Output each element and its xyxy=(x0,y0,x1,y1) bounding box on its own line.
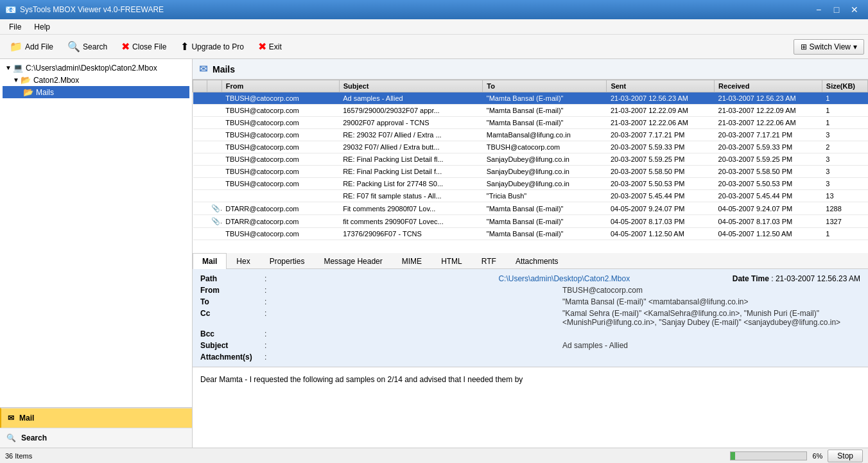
cell-from: TBUSH@catocorp.com xyxy=(221,141,339,153)
table-row[interactable]: 📎 DTARR@catocorp.com fit comments 29090F… xyxy=(193,215,868,228)
minimize-button[interactable]: − xyxy=(810,3,827,16)
close-file-icon: ✖ xyxy=(121,40,130,53)
mails-header-icon: ✉ xyxy=(199,63,207,75)
table-row[interactable]: TBUSH@catocorp.com RE: Final Packing Lis… xyxy=(193,153,868,166)
attachments-label: Attachment(s) xyxy=(200,353,265,362)
switch-view-button[interactable]: ⊞ Switch View ▾ xyxy=(794,39,864,55)
table-row[interactable]: TBUSH@catocorp.com 29002F07 approval - T… xyxy=(193,117,868,129)
tree-toggle-root[interactable]: ▼ xyxy=(5,64,12,71)
detail-tab-mail[interactable]: Mail xyxy=(193,253,227,269)
table-row[interactable]: TBUSH@catocorp.com RE: Packing List for … xyxy=(193,178,868,190)
tree-item-mails[interactable]: 📂 Mails xyxy=(3,86,189,98)
detail-tab-attachments[interactable]: Attachments xyxy=(506,253,568,269)
date-time-value: 21-03-2007 12.56.23 AM xyxy=(776,274,860,283)
mail-body: Dear Mamta - I requested the following a… xyxy=(193,367,868,448)
table-row[interactable]: TBUSH@catocorp.com Ad samples - Allied "… xyxy=(193,92,868,105)
app-title: SysTools MBOX Viewer v4.0-FREEWARE xyxy=(20,5,810,14)
detail-tab-properties[interactable]: Properties xyxy=(260,253,315,269)
path-value[interactable]: C:\Users\admin\Desktop\Caton2.Mbox xyxy=(498,274,732,283)
bottom-tab-mail[interactable]: ✉ Mail xyxy=(0,408,192,428)
cell-flag xyxy=(193,215,207,228)
col-header-subject[interactable]: Subject xyxy=(339,80,483,92)
cell-to: TBUSH@catocorp.com xyxy=(483,141,607,153)
cell-from: TBUSH@catocorp.com xyxy=(221,228,339,240)
exit-icon: ✖ xyxy=(258,40,266,53)
col-header-to[interactable]: To xyxy=(483,80,607,92)
item-count: 36 Items xyxy=(5,452,32,460)
search-button[interactable]: 🔍 Search xyxy=(62,38,113,55)
cc-label: Cc xyxy=(200,309,265,327)
cell-from: TBUSH@catocorp.com xyxy=(221,92,339,105)
cell-attach xyxy=(207,141,221,153)
maximize-button[interactable]: □ xyxy=(828,3,845,16)
cell-to: "Mamta Bansal (E-mail)" xyxy=(483,215,607,228)
cell-flag xyxy=(193,92,207,105)
tree-item-mbox[interactable]: ▼ 📂 Caton2.Mbox xyxy=(3,74,189,86)
bottom-tab-search[interactable]: 🔍 Search xyxy=(0,428,192,448)
close-button[interactable]: ✕ xyxy=(846,3,863,16)
status-progress-container: 6% Stop xyxy=(730,450,863,462)
detail-tab-html[interactable]: HTML xyxy=(431,253,472,269)
from-label: From xyxy=(200,286,265,295)
table-row[interactable]: RE: F07 fit sample status - All... "Tric… xyxy=(193,190,868,202)
cell-attach xyxy=(207,129,221,141)
cell-attach xyxy=(207,105,221,117)
cell-to: "Tricia Bush" xyxy=(483,190,607,202)
tree-item-root[interactable]: ▼ 💻 C:\Users\admin\Desktop\Caton2.Mbox xyxy=(3,62,189,74)
cell-size: 3 xyxy=(822,178,867,190)
col-header-from[interactable]: From xyxy=(221,80,339,92)
bottom-tabs: ✉ Mail 🔍 Search xyxy=(0,408,192,448)
table-row[interactable]: TBUSH@catocorp.com 17376/29096F07 - TCNS… xyxy=(193,228,868,240)
stop-button[interactable]: Stop xyxy=(828,450,863,462)
detail-tab-message-header[interactable]: Message Header xyxy=(314,253,392,269)
table-row[interactable]: TBUSH@catocorp.com 29032 F07/ Allied / E… xyxy=(193,141,868,153)
cell-to: SanjayDubey@lifung.co.in xyxy=(483,166,607,178)
cell-from: DTARR@catocorp.com xyxy=(221,202,339,215)
col-header-size[interactable]: Size(KB) xyxy=(822,80,867,92)
table-row[interactable]: TBUSH@catocorp.com RE: Final Packing Lis… xyxy=(193,166,868,178)
cell-size: 1 xyxy=(822,92,867,105)
file-tree[interactable]: ▼ 💻 C:\Users\admin\Desktop\Caton2.Mbox ▼… xyxy=(0,59,192,407)
computer-icon: 💻 xyxy=(13,63,23,73)
add-file-button[interactable]: 📁 Add File xyxy=(4,38,59,55)
cell-sent: 04-05-2007 8.17.03 PM xyxy=(607,215,715,228)
cell-received: 20-03-2007 5.45.44 PM xyxy=(715,190,822,202)
cell-flag xyxy=(193,141,207,153)
cell-received: 04-05-2007 9.24.07 PM xyxy=(715,202,822,215)
cell-subject: Ad samples - Allied xyxy=(339,92,483,105)
toolbar-right: ⊞ Switch View ▾ xyxy=(794,39,864,55)
tree-label-root: C:\Users\admin\Desktop\Caton2.Mbox xyxy=(26,64,157,73)
menu-help[interactable]: Help xyxy=(28,21,56,33)
cell-from: TBUSH@catocorp.com xyxy=(221,166,339,178)
cell-sent: 20-03-2007 5.45.44 PM xyxy=(607,190,715,202)
tree-toggle-mbox[interactable]: ▼ xyxy=(13,76,19,83)
col-header-attach[interactable] xyxy=(207,80,221,92)
col-header-received[interactable]: Received xyxy=(715,80,822,92)
cell-received: 21-03-2007 12.56.23 AM xyxy=(715,92,822,105)
cell-attach xyxy=(207,117,221,129)
detail-tab-hex[interactable]: Hex xyxy=(227,253,259,269)
close-file-button[interactable]: ✖ Close File xyxy=(116,38,172,55)
toolbar: 📁 Add File 🔍 Search ✖ Close File ⬆ Upgra… xyxy=(0,35,868,59)
upgrade-button[interactable]: ⬆ Upgrade to Pro xyxy=(175,38,249,55)
status-bar: 36 Items 6% Stop xyxy=(0,448,868,463)
cell-attach xyxy=(207,178,221,190)
detail-tab-mime[interactable]: MIME xyxy=(392,253,431,269)
col-header-sent[interactable]: Sent xyxy=(607,80,715,92)
subject-label: Subject xyxy=(200,341,265,350)
table-row[interactable]: 📎 DTARR@catocorp.com Fit comments 29080f… xyxy=(193,202,868,215)
cell-received: 20-03-2007 5.58.50 PM xyxy=(715,166,822,178)
exit-button[interactable]: ✖ Exit xyxy=(252,38,288,55)
cell-attach xyxy=(207,92,221,105)
col-header-flag[interactable] xyxy=(193,80,207,92)
menu-bar: File Help xyxy=(0,19,868,35)
detail-tab-rtf[interactable]: RTF xyxy=(472,253,506,269)
cell-from: TBUSH@catocorp.com xyxy=(221,117,339,129)
upgrade-icon: ⬆ xyxy=(180,40,189,53)
table-row[interactable]: TBUSH@catocorp.com RE: 29032 F07/ Allied… xyxy=(193,129,868,141)
menu-file[interactable]: File xyxy=(3,21,28,33)
mail-table-container[interactable]: From Subject To Sent Received Size(KB) T… xyxy=(193,80,868,253)
cell-size: 13 xyxy=(822,190,867,202)
cell-sent: 20-03-2007 5.59.25 PM xyxy=(607,153,715,166)
table-row[interactable]: TBUSH@catocorp.com 16579/29000/29032F07 … xyxy=(193,105,868,117)
